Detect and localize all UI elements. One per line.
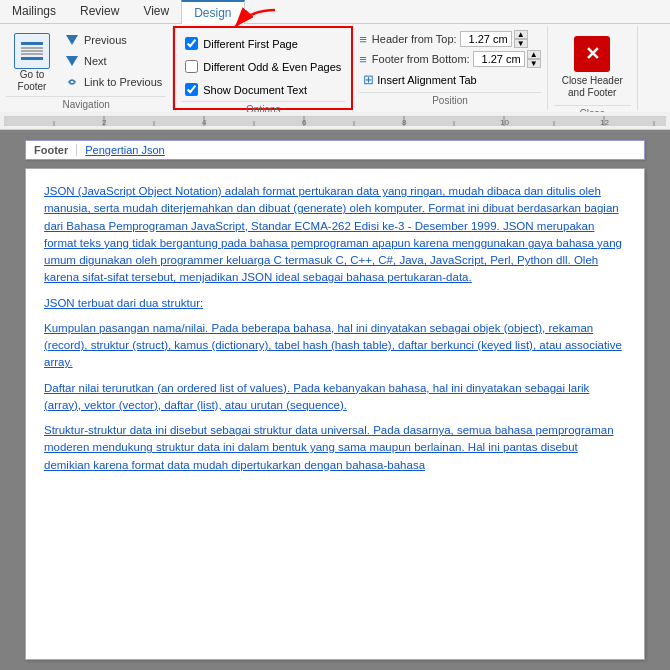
svg-text:8: 8 [402, 118, 407, 126]
svg-rect-4 [21, 57, 43, 60]
tab-review[interactable]: Review [68, 0, 131, 23]
header-spin-up[interactable]: ▲ [514, 30, 528, 39]
svg-text:6: 6 [302, 118, 307, 126]
paragraph3: Kumpulan pasangan nama/nilai. Pada beber… [44, 320, 626, 372]
svg-marker-5 [66, 35, 78, 45]
tab-view[interactable]: View [131, 0, 181, 23]
document-area: Footer Pengertian Json JSON (JavaScript … [0, 130, 670, 670]
footer-from-bottom-row: ≡ Footer from Bottom: ▲ ▼ [359, 50, 540, 68]
show-document-text-label: Show Document Text [203, 84, 307, 96]
ribbon-tabs: Mailings Review View Design [0, 0, 670, 24]
previous-label: Previous [84, 34, 127, 46]
ruler: // Generated inline 2 4 6 8 [0, 112, 670, 130]
tab-mailings[interactable]: Mailings [0, 0, 68, 23]
paragraph5: Struktur-struktur data ini disebut sebag… [44, 422, 626, 474]
ruler-svg: // Generated inline 2 4 6 8 [4, 116, 666, 126]
svg-text:10: 10 [500, 118, 509, 126]
group-firstpage: Different First Page Different Odd & Eve… [173, 26, 353, 110]
link-to-previous-button[interactable]: Link to Previous [60, 72, 166, 92]
navigation-group-label: Navigation [6, 96, 166, 110]
main-page: JSON (JavaScript Object Notation) adalah… [25, 168, 645, 660]
footer-spin-down[interactable]: ▼ [527, 59, 541, 68]
svg-text:4: 4 [202, 118, 207, 126]
different-first-page-input[interactable] [185, 37, 198, 50]
header-spinner: ▲ ▼ [514, 30, 528, 48]
close-header-footer-label: Close Headerand Footer [562, 75, 623, 99]
paragraph1: JSON (JavaScript Object Notation) adalah… [44, 183, 626, 287]
link-icon [64, 74, 80, 90]
link-to-previous-label: Link to Previous [84, 76, 162, 88]
p1-text: JSON (JavaScript Object Notation) adalah… [44, 185, 622, 283]
goto-footer-label: Go toFooter [18, 69, 47, 93]
insert-align-icon: ⊞ [363, 72, 374, 87]
footer-icon: ≡ [359, 52, 367, 67]
svg-text:2: 2 [102, 118, 107, 126]
ribbon-content: Go toFooter Previous Next [0, 24, 670, 112]
position-rows: ≡ Header from Top: ▲ ▼ ≡ Footer from Bot… [359, 30, 540, 92]
insert-alignment-tab-label: Insert Alignment Tab [377, 74, 476, 86]
different-first-page-checkbox[interactable]: Different First Page [181, 34, 345, 53]
different-odd-even-checkbox[interactable]: Different Odd & Even Pages [181, 57, 345, 76]
next-label: Next [84, 55, 107, 67]
header-icon: ≡ [359, 32, 367, 47]
footer-tab-label: Footer [34, 144, 77, 156]
show-document-text-checkbox[interactable]: Show Document Text [181, 80, 345, 99]
previous-icon [64, 32, 80, 48]
header-from-top-row: ≡ Header from Top: ▲ ▼ [359, 30, 540, 48]
footer-from-bottom-input[interactable] [473, 51, 525, 67]
group-navigation: Go toFooter Previous Next [0, 26, 173, 110]
group-close: ✕ Close Headerand Footer Close [548, 26, 638, 110]
position-group-label: Position [359, 92, 540, 106]
goto-footer-button[interactable]: Go toFooter [6, 30, 58, 96]
next-button[interactable]: Next [60, 51, 166, 71]
tab-design[interactable]: Design [181, 0, 244, 24]
svg-marker-6 [66, 56, 78, 66]
paragraph4: Daftar nilai terurutkan (an ordered list… [44, 380, 626, 415]
svg-rect-1 [21, 47, 43, 49]
footer-spin-up[interactable]: ▲ [527, 50, 541, 59]
show-document-text-input[interactable] [185, 83, 198, 96]
svg-rect-0 [21, 42, 43, 45]
header-from-top-label: Header from Top: [372, 33, 457, 45]
close-x-icon: ✕ [574, 36, 610, 72]
different-odd-even-label: Different Odd & Even Pages [203, 61, 341, 73]
footer-from-bottom-label: Footer from Bottom: [372, 53, 470, 65]
svg-rect-3 [21, 53, 43, 55]
header-link[interactable]: Pengertian Json [85, 144, 165, 156]
group-position: ≡ Header from Top: ▲ ▼ ≡ Footer from Bot… [353, 26, 547, 110]
footer-tab-area: Footer Pengertian Json [25, 140, 645, 160]
goto-footer-icon [14, 33, 50, 69]
header-from-top-input[interactable] [460, 31, 512, 47]
svg-text:12: 12 [600, 118, 609, 126]
close-header-footer-button[interactable]: ✕ Close Headerand Footer [554, 30, 631, 105]
paragraph2: JSON terbuat dari dua struktur: [44, 295, 626, 312]
svg-rect-2 [21, 50, 43, 52]
nav-buttons: Previous Next Link to Previous [60, 30, 166, 96]
different-first-page-label: Different First Page [203, 38, 298, 50]
footer-spinner: ▲ ▼ [527, 50, 541, 68]
previous-button[interactable]: Previous [60, 30, 166, 50]
next-icon [64, 53, 80, 69]
header-spin-down[interactable]: ▼ [514, 39, 528, 48]
different-odd-even-input[interactable] [185, 60, 198, 73]
insert-alignment-tab-button[interactable]: ⊞ Insert Alignment Tab [359, 70, 540, 89]
